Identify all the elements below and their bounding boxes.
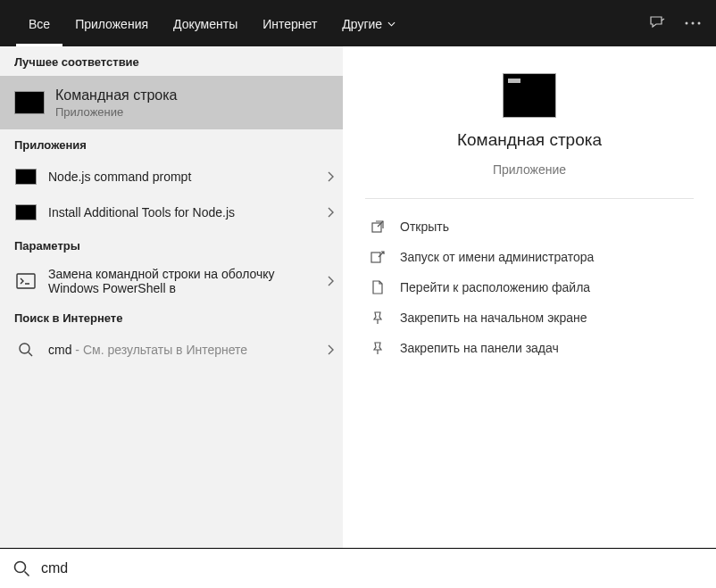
section-best-match: Лучшее соответствие: [0, 46, 343, 76]
action-open-location[interactable]: Перейти к расположению файла: [364, 272, 695, 302]
search-tabs: Все Приложения Документы Интернет Другие: [0, 0, 716, 46]
folder-icon: [370, 279, 386, 295]
tab-more[interactable]: Другие: [329, 0, 408, 46]
app-item-node-prompt[interactable]: Node.js command prompt: [0, 159, 343, 195]
action-pin-task-label: Закрепить на панели задач: [400, 341, 559, 355]
settings-item-powershell[interactable]: Замена командной строки на оболочку Wind…: [0, 260, 343, 302]
pin-start-icon: [370, 310, 386, 326]
action-pin-taskbar[interactable]: Закрепить на панели задач: [364, 333, 695, 363]
svg-rect-6: [371, 253, 380, 262]
results-list: Лучшее соответствие Командная строка При…: [0, 46, 343, 548]
svg-point-2: [698, 22, 701, 25]
open-icon: [370, 219, 386, 235]
svg-point-4: [20, 344, 29, 353]
svg-point-7: [15, 562, 26, 573]
web-item-cmd[interactable]: cmd - См. результаты в Интернете: [0, 332, 343, 368]
preview-header: Командная строка Приложение: [343, 73, 716, 177]
preview-title: Командная строка: [457, 130, 602, 150]
chevron-down-icon: [387, 21, 395, 27]
chevron-right-icon: [327, 207, 334, 218]
action-pin-start-label: Закрепить на начальном экране: [400, 311, 587, 325]
pin-taskbar-icon: [370, 340, 386, 356]
search-icon: [12, 559, 30, 577]
svg-point-0: [686, 22, 688, 25]
search-icon: [14, 341, 37, 359]
web-item-hint: - См. результаты в Интернете: [71, 343, 247, 357]
admin-icon: [370, 249, 386, 265]
cmd-preview-icon: [503, 73, 556, 118]
action-open-label: Открыть: [400, 219, 449, 234]
svg-point-1: [692, 22, 695, 25]
search-window: Все Приложения Документы Интернет Другие…: [0, 0, 716, 588]
tab-all[interactable]: Все: [16, 0, 62, 46]
feedback-icon[interactable]: [639, 5, 675, 41]
separator: [365, 198, 694, 199]
tab-apps[interactable]: Приложения: [62, 0, 161, 46]
chevron-right-icon: [327, 276, 334, 286]
settings-item-label: Замена командной строки на оболочку Wind…: [48, 267, 316, 295]
terminal-icon: [14, 272, 37, 290]
best-match-sub: Приложение: [55, 105, 334, 119]
best-match-title: Командная строка: [55, 87, 334, 104]
tab-documents[interactable]: Документы: [161, 0, 250, 46]
cmd-icon: [14, 91, 45, 114]
web-item-label: cmd - См. результаты в Интернете: [48, 343, 316, 357]
action-run-admin[interactable]: Запуск от имени администратора: [364, 242, 695, 272]
app-item-label: Install Additional Tools for Node.js: [48, 205, 316, 219]
search-bar: [0, 549, 716, 588]
app-item-label: Node.js command prompt: [48, 170, 316, 184]
preview-sub: Приложение: [493, 162, 566, 177]
action-open[interactable]: Открыть: [364, 211, 695, 242]
action-admin-label: Запуск от имени администратора: [400, 250, 594, 264]
section-web: Поиск в Интернете: [0, 302, 343, 332]
search-body: Лучшее соответствие Командная строка При…: [0, 46, 716, 549]
web-item-query: cmd: [48, 343, 71, 357]
svg-rect-3: [17, 274, 35, 288]
cmd-icon: [14, 168, 37, 186]
best-match-text: Командная строка Приложение: [55, 87, 334, 119]
app-item-node-tools[interactable]: Install Additional Tools for Node.js: [0, 195, 343, 230]
section-settings: Параметры: [0, 230, 343, 260]
chevron-right-icon: [327, 344, 334, 355]
search-input[interactable]: [41, 560, 704, 576]
more-options-icon[interactable]: [675, 5, 711, 41]
tab-more-label: Другие: [342, 17, 382, 31]
action-location-label: Перейти к расположению файла: [400, 280, 590, 294]
chevron-right-icon: [327, 171, 334, 182]
action-pin-start[interactable]: Закрепить на начальном экране: [364, 302, 695, 333]
section-apps: Приложения: [0, 129, 343, 159]
cmd-icon: [14, 203, 37, 221]
preview-pane: Командная строка Приложение Открыть Запу…: [343, 46, 716, 548]
preview-actions: Открыть Запуск от имени администратора П…: [343, 211, 716, 363]
tab-internet[interactable]: Интернет: [250, 0, 329, 46]
best-match-item[interactable]: Командная строка Приложение: [0, 76, 343, 129]
